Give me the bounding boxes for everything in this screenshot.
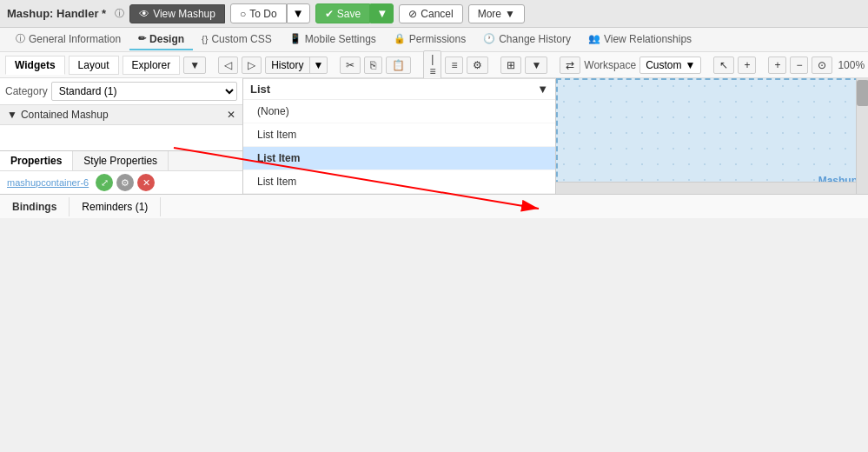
undo-btn[interactable]: ◁	[218, 56, 238, 74]
history-arrow-icon[interactable]: ▼	[309, 57, 328, 73]
workspace-scrollbar[interactable]	[856, 78, 868, 194]
toolbar: Widgets Layout Explorer ▼ ◁ ▷ History ▼ …	[0, 52, 868, 78]
widget-group-header[interactable]: ▼ Contained Mashup ✕	[0, 105, 242, 125]
clock-nav-icon: 🕐	[483, 33, 495, 44]
list-scroll: (None) List Item List Item List Item	[243, 100, 555, 194]
list-item-1[interactable]: List Item	[243, 123, 555, 147]
scrollbar-thumb[interactable]	[857, 80, 868, 106]
zoom-out-btn[interactable]: −	[790, 56, 808, 74]
tab-bindings[interactable]: Bindings	[0, 197, 70, 216]
category-label: Category	[5, 85, 48, 97]
align-left-btn[interactable]: |≡	[423, 50, 441, 80]
zoom-level: 100%	[838, 59, 865, 71]
mashup-container-link[interactable]: mashupcontainer-6	[7, 177, 89, 188]
mobile-nav-icon: 📱	[289, 33, 301, 44]
widget-list: ▼ Contained Mashup ✕ ▦ Contained Mashup …	[0, 105, 242, 128]
eye-icon: 👁	[139, 8, 149, 20]
zoom-reset-btn[interactable]: ⊙	[812, 56, 832, 74]
tab-general-information[interactable]: ⓘ General Information	[7, 29, 129, 50]
list-item-none[interactable]: (None)	[243, 100, 555, 123]
gear-action-btn[interactable]: ⚙	[116, 174, 134, 191]
tab-custom-css[interactable]: {} Custom CSS	[193, 30, 281, 50]
grid-btn[interactable]: ⊞	[500, 56, 521, 74]
list-item-2[interactable]: List Item	[243, 147, 555, 170]
tab-mobile-settings[interactable]: 📱 Mobile Settings	[281, 30, 385, 50]
more-button[interactable]: More ▼	[468, 4, 525, 23]
list-scroll-icon[interactable]: ▼	[537, 83, 548, 96]
top-bar: Mashup: Handler * ⓘ 👁 View Mashup ○ To D…	[0, 0, 868, 28]
properties-section: Properties Style Properties mashupcontai…	[0, 150, 242, 194]
workspace-scrollbar-h[interactable]	[556, 182, 856, 194]
workspace-label: Workspace	[584, 59, 636, 71]
close-group-icon[interactable]: ✕	[227, 109, 235, 121]
left-panel: Category Standard (1) ▼ Contained Mashup…	[0, 78, 243, 194]
tab-permissions[interactable]: 🔒 Permissions	[385, 30, 474, 50]
workspace-dropdown-icon: ▼	[685, 59, 695, 71]
list-header-label: List	[250, 83, 270, 96]
collapse-icon: ▼	[7, 109, 17, 121]
grid-dropdown-btn[interactable]: ▼	[525, 56, 547, 74]
page-title: Mashup: Handler *	[7, 7, 106, 20]
cut-btn[interactable]: ✂	[340, 56, 361, 74]
css-nav-icon: {}	[202, 34, 208, 44]
workspace-area[interactable]: Mashup	[556, 78, 868, 194]
lock-nav-icon: 🔒	[394, 33, 406, 44]
add-tool-btn[interactable]: +	[738, 56, 756, 74]
tab-widgets[interactable]: Widgets	[5, 56, 65, 75]
todo-btn-group: ○ To Do ▼	[230, 3, 310, 23]
tab-properties[interactable]: Properties	[0, 151, 73, 170]
bottom-content: mashupcontainer-6 ⤢ ⚙ ✕	[0, 171, 242, 194]
align-center-btn[interactable]: ≡	[445, 56, 463, 74]
save-button[interactable]: ✔ Save	[315, 3, 370, 23]
todo-dropdown-button[interactable]: ▼	[287, 3, 310, 23]
settings-btn[interactable]: ⚙	[467, 56, 488, 74]
close-action-btn[interactable]: ✕	[137, 174, 155, 191]
redo-btn[interactable]: ▷	[242, 56, 262, 74]
bottom-action-buttons: ⤢ ⚙ ✕	[96, 174, 155, 191]
category-select[interactable]: Standard (1)	[51, 82, 237, 101]
workspace-value: Custom	[646, 59, 681, 71]
category-bar: Category Standard (1)	[0, 78, 242, 105]
tab-explorer[interactable]: Explorer	[123, 56, 181, 75]
list-panel: List ▼ (None) List Item List Item List I…	[243, 78, 556, 194]
cancel-icon: ⊘	[408, 8, 417, 20]
relationships-nav-icon: 👥	[588, 33, 600, 44]
widget-group-label: Contained Mashup	[21, 109, 109, 121]
tab-design[interactable]: ✏ Design	[129, 30, 193, 50]
save-dropdown-button[interactable]: ▼	[370, 3, 394, 23]
info-nav-icon: ⓘ	[16, 32, 25, 45]
more-arrow-icon: ▼	[505, 8, 515, 20]
view-mashup-btn-group: 👁 View Mashup	[129, 4, 225, 23]
bottom-tabs: Properties Style Properties	[0, 151, 242, 171]
paste-btn[interactable]: 📋	[386, 56, 411, 74]
todo-button[interactable]: ○ To Do	[230, 3, 287, 23]
spacer	[0, 128, 242, 150]
copy-btn[interactable]: ⎘	[364, 56, 382, 74]
list-panel-header: List ▼	[243, 79, 555, 100]
format-btn[interactable]: ⇄	[560, 56, 580, 74]
history-dropdown[interactable]: History ▼	[265, 56, 328, 74]
workspace-select[interactable]: Custom ▼	[639, 56, 701, 74]
main-content: Category Standard (1) ▼ Contained Mashup…	[0, 78, 868, 194]
view-mashup-button[interactable]: 👁 View Mashup	[129, 4, 225, 23]
nav-tabs: ⓘ General Information ✏ Design {} Custom…	[0, 28, 868, 52]
tab-view-relationships[interactable]: 👥 View Relationships	[580, 30, 700, 50]
history-label: History	[266, 57, 308, 73]
tab-style-properties[interactable]: Style Properties	[73, 151, 169, 170]
tab-layout[interactable]: Layout	[69, 56, 119, 75]
info-icon[interactable]: ⓘ	[115, 7, 124, 20]
zoom-in-btn[interactable]: +	[768, 56, 786, 74]
explorer-dropdown-btn[interactable]: ▼	[183, 56, 206, 74]
tab-change-history[interactable]: 🕐 Change History	[474, 30, 580, 50]
circle-icon: ○	[240, 8, 246, 20]
list-item-3[interactable]: List Item	[243, 170, 555, 194]
main-bottom-tabs: Bindings Reminders (1)	[0, 194, 868, 218]
design-nav-icon: ✏	[138, 33, 146, 44]
cancel-button[interactable]: ⊘ Cancel	[399, 4, 462, 23]
pointer-tool-btn[interactable]: ↖	[713, 56, 734, 74]
check-icon: ✔	[325, 8, 334, 20]
tab-reminders[interactable]: Reminders (1)	[70, 197, 161, 216]
share-action-btn[interactable]: ⤢	[96, 174, 113, 191]
save-btn-group: ✔ Save ▼	[315, 3, 394, 23]
